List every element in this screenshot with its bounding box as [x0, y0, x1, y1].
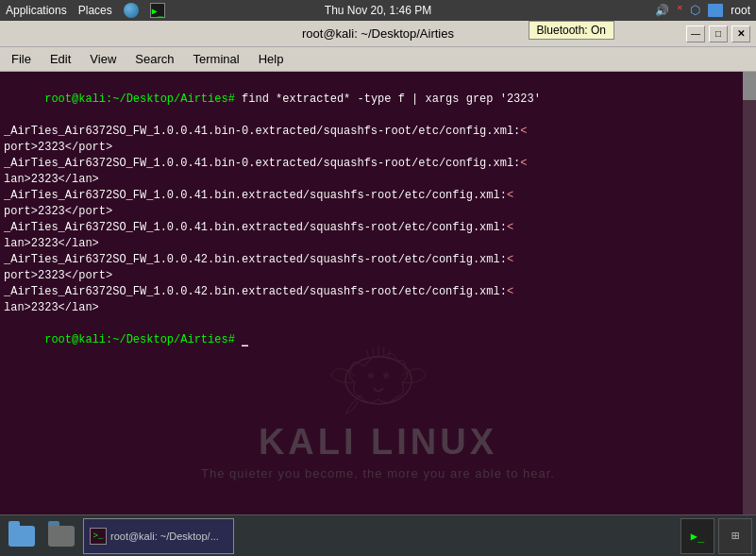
window-controls: — □ ✕: [686, 25, 750, 42]
taskbar-terminal-icon: >_: [90, 528, 107, 545]
system-bar-left: Applications Places ▶_: [6, 3, 165, 18]
datetime-display: Thu Nov 20, 1:46 PM: [325, 4, 431, 17]
bluetooth-tooltip: Bluetooth: On: [529, 21, 614, 40]
prompt-1: root@kali:~/Desktop/Airties#: [44, 93, 235, 106]
maximize-button[interactable]: □: [709, 25, 728, 42]
menu-edit[interactable]: Edit: [42, 50, 78, 68]
folder-icon-2: [48, 526, 75, 547]
terminal-line: _AirTies_Air6372SO_FW_1.0.0.41.bin-0.ext…: [4, 156, 752, 172]
taskbar-terminal-item[interactable]: >_ root@kali: ~/Desktop/...: [83, 518, 234, 554]
prompt-final: root@kali:~/Desktop/Airties#: [44, 333, 235, 346]
applications-menu[interactable]: Applications: [6, 4, 67, 17]
terminal-line: _AirTies_Air6372SO_FW_1.0.0.41.bin.extra…: [4, 188, 752, 204]
monitor-icon[interactable]: [708, 4, 723, 17]
terminal-line: _AirTies_Air6372SO_FW_1.0.0.41.bin-0.ext…: [4, 124, 752, 140]
taskbar-folder-2[interactable]: [43, 518, 79, 554]
window-title: root@kali: ~/Desktop/Airties: [302, 26, 454, 41]
folder-icon: [8, 526, 35, 547]
terminal-line: port>2323</port>: [4, 268, 752, 284]
volume-icon[interactable]: 🔊: [655, 4, 669, 18]
taskbar-terminal-btn[interactable]: ▶_: [680, 518, 714, 554]
taskbar-folder[interactable]: [4, 518, 40, 554]
terminal-titlebar: root@kali: ~/Desktop/Airties — □ ✕: [0, 21, 756, 47]
taskbar-item-label: root@kali: ~/Desktop/...: [110, 531, 219, 542]
menu-help[interactable]: Help: [251, 50, 292, 68]
terminal-line: port>2323</port>: [4, 204, 752, 220]
bluetooth-icon[interactable]: ⬡: [690, 3, 700, 18]
menu-bar: File Edit View Search Terminal Help: [0, 47, 756, 72]
scrollbar[interactable]: [743, 72, 756, 514]
close-button[interactable]: ✕: [731, 25, 750, 42]
terminal-line: _AirTies_Air6372SO_FW_1.0.0.41.bin.extra…: [4, 220, 752, 236]
terminal-prompt-final: root@kali:~/Desktop/Airties# █: [4, 316, 752, 364]
taskbar-btn-2[interactable]: ⊞: [718, 518, 752, 554]
terminal-line: lan>2323</lan>: [4, 300, 752, 316]
taskbar: >_ root@kali: ~/Desktop/... ▶_ ⊞: [0, 514, 756, 556]
taskbar-right: ▶_ ⊞: [680, 518, 752, 554]
command-1: find *extracted* -type f | xargs grep '2…: [235, 93, 541, 106]
system-bar: Applications Places ▶_ Thu Nov 20, 1:46 …: [0, 0, 756, 21]
terminal-line: lan>2323</lan>: [4, 236, 752, 252]
user-label: root: [731, 4, 750, 17]
terminal-line: port>2323</port>: [4, 140, 752, 156]
menu-file[interactable]: File: [4, 50, 39, 68]
terminal-line: _AirTies_Air6372SO_FW_1.0.0.42.bin.extra…: [4, 284, 752, 300]
terminal-line: root@kali:~/Desktop/Airties# find *extra…: [4, 76, 752, 124]
terminal-window: root@kali: ~/Desktop/Airties — □ ✕ File …: [0, 21, 756, 514]
places-menu[interactable]: Places: [78, 4, 112, 17]
terminal-line: _AirTies_Air6372SO_FW_1.0.0.42.bin.extra…: [4, 252, 752, 268]
terminal-content[interactable]: root@kali:~/Desktop/Airties# find *extra…: [0, 72, 756, 514]
terminal-icon-top[interactable]: ▶_: [150, 3, 165, 18]
menu-terminal[interactable]: Terminal: [186, 50, 247, 68]
globe-icon[interactable]: [124, 3, 139, 18]
cursor: █: [235, 333, 248, 346]
scroll-thumb[interactable]: [743, 72, 756, 100]
terminal-line: lan>2323</lan>: [4, 172, 752, 188]
mute-indicator: ✕: [677, 2, 682, 13]
menu-view[interactable]: View: [82, 50, 124, 68]
minimize-button[interactable]: —: [686, 25, 705, 42]
menu-search[interactable]: Search: [127, 50, 181, 68]
system-bar-right: 🔊 ✕ ⬡ root: [655, 3, 750, 18]
